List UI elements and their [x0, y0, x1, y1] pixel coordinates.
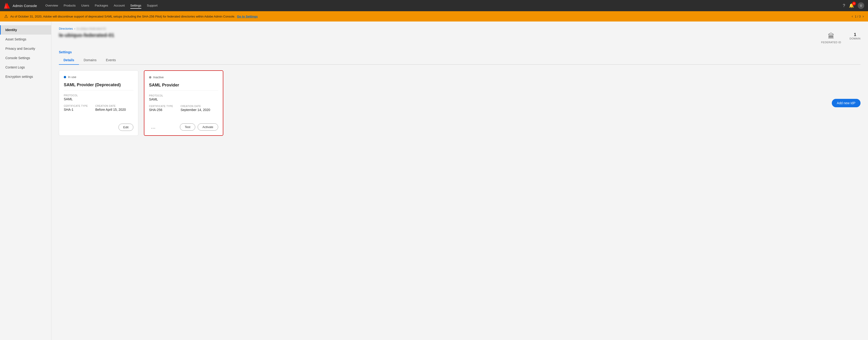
section-label: Settings [59, 50, 861, 54]
test-button[interactable]: Test [180, 123, 195, 131]
cert-type-value-1: SHA-256 [149, 108, 173, 112]
nav-users[interactable]: Users [81, 3, 89, 9]
stat-domain: 1 DOMAIN [849, 32, 861, 44]
protocol-value-0: SAML [64, 97, 133, 101]
nav-products[interactable]: Products [64, 3, 76, 9]
sidebar-item-identity[interactable]: Identity [0, 25, 51, 35]
card-title-deprecated: SAML Provider (Deprecated) [64, 83, 133, 90]
cert-type-value-0: SHA-1 [64, 108, 88, 112]
edit-button[interactable]: Edit [118, 124, 133, 131]
sidebar-item-content-logs[interactable]: Content Logs [0, 63, 51, 72]
protocol-label-0: PROTOCOL [64, 94, 133, 97]
tabs-bar: Details Domains Events [59, 56, 861, 65]
provider-card-saml: Inactive SAML Provider PROTOCOL SAML CER… [144, 70, 223, 136]
status-label-inactive: Inactive [153, 75, 164, 79]
nav-account[interactable]: Account [114, 3, 125, 9]
cert-type-section-1: CERTIFICATE TYPE SHA-256 [149, 105, 173, 112]
creation-date-label-0: CREATION DATE [95, 105, 126, 107]
main-content: Directories › le‑ubiquo‑federated‑01 le‑… [52, 22, 868, 340]
creation-date-label-1: CREATION DATE [181, 105, 210, 107]
sidebar-item-console-settings[interactable]: Console Settings [0, 53, 51, 63]
user-avatar[interactable]: U [858, 2, 864, 9]
protocol-label-1: PROTOCOL [149, 94, 218, 97]
nav-links: Overview Products Users Packages Account… [45, 3, 837, 9]
stat-federated-id: 🏛 FEDERATED ID [821, 32, 841, 44]
tab-domains[interactable]: Domains [79, 56, 101, 65]
status-dot-inactive [149, 76, 151, 79]
top-nav-right: ? 🔔 5 U [843, 2, 864, 9]
breadcrumb-root[interactable]: Directories [59, 27, 73, 30]
status-label-inuse: In use [68, 75, 76, 79]
tab-events[interactable]: Events [101, 56, 121, 65]
warning-icon: ⚠ [4, 14, 8, 19]
stats-row: 🏛 FEDERATED ID 1 DOMAIN [821, 32, 861, 44]
banner-page-indicator: 1 / 3 [855, 15, 861, 18]
card-title-saml: SAML Provider [149, 83, 218, 91]
nav-settings[interactable]: Settings [130, 3, 141, 9]
breadcrumb-current: le‑ubiquo‑federated‑01 [76, 27, 106, 30]
tab-details[interactable]: Details [59, 56, 79, 65]
domain-label: DOMAIN [849, 37, 861, 40]
creation-date-section-0: CREATION DATE Before April 15, 2020 [95, 105, 126, 112]
ellipsis-button[interactable]: … [149, 124, 158, 130]
sidebar: Identity Asset Settings Privacy and Secu… [0, 22, 52, 340]
banner-prev-arrow[interactable]: ‹ [851, 14, 853, 19]
activate-button[interactable]: Activate [197, 123, 218, 131]
card-status-inuse: In use [64, 75, 133, 79]
status-dot-active [64, 76, 66, 78]
card-actions-0: Edit [64, 124, 133, 131]
card-protocol-section: PROTOCOL SAML [64, 94, 133, 101]
creation-date-value-1: September 14, 2020 [181, 108, 210, 112]
sidebar-item-encryption-settings[interactable]: Encryption settings [0, 72, 51, 81]
nav-support[interactable]: Support [147, 3, 158, 9]
main-layout: Identity Asset Settings Privacy and Secu… [0, 22, 868, 340]
domain-count: 1 [849, 32, 861, 37]
nav-overview[interactable]: Overview [45, 3, 58, 9]
banner-next-arrow[interactable]: › [863, 14, 864, 19]
card-fields-row-1: CERTIFICATE TYPE SHA-256 CREATION DATE S… [149, 105, 218, 112]
breadcrumb: Directories › le‑ubiquo‑federated‑01 [59, 27, 861, 30]
federated-id-icon: 🏛 [821, 32, 841, 40]
card-protocol-section-1: PROTOCOL SAML [149, 94, 218, 101]
card-actions-left: … [149, 124, 178, 130]
top-nav: Admin Console Overview Products Users Pa… [0, 0, 868, 11]
goto-settings-link[interactable]: Go to Settings [237, 15, 258, 18]
cert-type-label-0: CERTIFICATE TYPE [64, 105, 88, 107]
alert-banner: ⚠ As of October 31, 2020, Adobe will dis… [0, 11, 868, 22]
sidebar-item-asset-settings[interactable]: Asset Settings [0, 35, 51, 44]
notification-badge: 5 [852, 2, 856, 5]
adobe-logo-icon [4, 2, 10, 9]
app-name: Admin Console [12, 4, 37, 8]
cards-area: In use SAML Provider (Deprecated) PROTOC… [59, 70, 223, 136]
notifications-button[interactable]: 🔔 5 [849, 3, 854, 8]
cert-type-label-1: CERTIFICATE TYPE [149, 105, 173, 107]
page-title: le‑ubiquo‑federated‑01 [59, 32, 114, 38]
nav-packages[interactable]: Packages [95, 3, 108, 9]
card-status-inactive: Inactive [149, 75, 218, 79]
sidebar-item-privacy-security[interactable]: Privacy and Security [0, 44, 51, 53]
card-actions-1: … Test Activate [149, 123, 218, 131]
add-idp-button[interactable]: Add new IdP [832, 99, 861, 107]
protocol-value-1: SAML [149, 97, 218, 101]
provider-card-deprecated: In use SAML Provider (Deprecated) PROTOC… [59, 70, 138, 136]
banner-message: As of October 31, 2020, Adobe will disco… [10, 15, 235, 18]
federated-id-label: FEDERATED ID [821, 41, 841, 44]
logo: Admin Console [4, 2, 37, 9]
creation-date-value-0: Before April 15, 2020 [95, 108, 126, 112]
banner-nav: ‹ 1 / 3 › [851, 14, 864, 19]
creation-date-section-1: CREATION DATE September 14, 2020 [181, 105, 210, 112]
banner-text: As of October 31, 2020, Adobe will disco… [10, 15, 849, 18]
breadcrumb-separator: › [74, 27, 75, 30]
card-fields-row-0: CERTIFICATE TYPE SHA-1 CREATION DATE Bef… [64, 105, 133, 112]
cert-type-section-0: CERTIFICATE TYPE SHA-1 [64, 105, 88, 112]
help-button[interactable]: ? [843, 3, 845, 8]
